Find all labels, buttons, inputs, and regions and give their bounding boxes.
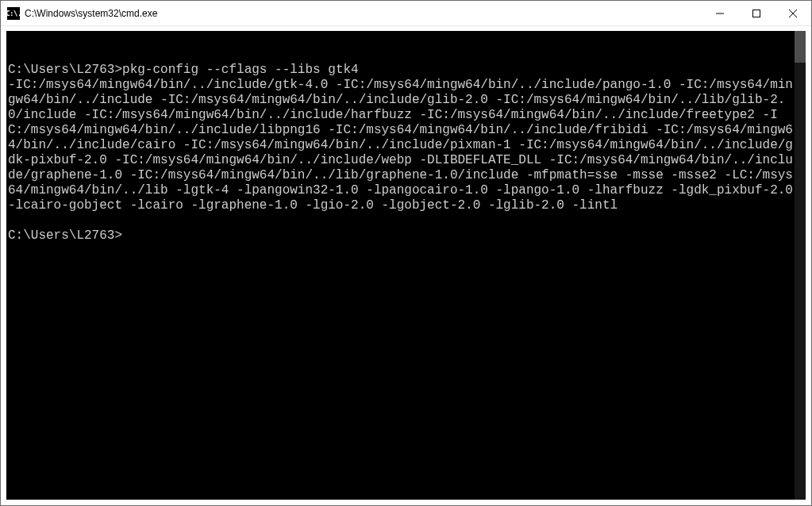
blank-line [8,213,798,228]
prompt: C:\Users\L2763> [8,228,122,243]
command-line: C:\Users\L2763>pkg-config --cflags --lib… [8,63,798,78]
close-button[interactable] [775,1,811,25]
titlebar[interactable]: C:\. C:\Windows\system32\cmd.exe [1,1,811,26]
maximize-button[interactable] [738,1,775,25]
command-text: pkg-config --cflags --libs gtk4 [122,63,359,77]
terminal-container: C:\Users\L2763>pkg-config --cflags --lib… [1,26,811,505]
terminal[interactable]: C:\Users\L2763>pkg-config --cflags --lib… [6,31,806,500]
minimize-button[interactable] [702,1,738,25]
scrollbar-track[interactable] [795,31,806,500]
command-output: -IC:/msys64/mingw64/bin/../include/gtk-4… [8,78,798,213]
svg-rect-1 [753,10,760,17]
close-icon [789,10,797,17]
blank-line [8,48,798,63]
maximize-icon [752,10,760,17]
cmd-icon: C:\. [7,7,20,20]
window-controls [702,1,811,25]
window-title: C:\Windows\system32\cmd.exe [25,8,702,19]
minimize-icon [716,10,724,17]
prompt-line: C:\Users\L2763> [8,228,798,243]
prompt: C:\Users\L2763> [8,63,122,77]
terminal-content: C:\Users\L2763>pkg-config --cflags --lib… [8,33,798,274]
cmd-window: C:\. C:\Windows\system32\cmd.exe C:\User… [0,0,812,506]
scrollbar-thumb[interactable] [795,31,806,63]
